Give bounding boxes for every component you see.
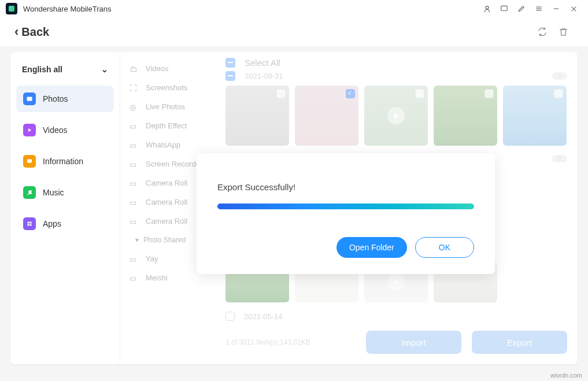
status-text: 1 of 3011 Item(s),143.81KB: [225, 338, 310, 346]
folder-item[interactable]: 🗀Videos: [125, 59, 214, 78]
nav-label: Information: [43, 157, 83, 166]
feedback-icon[interactable]: [495, 0, 513, 17]
thumb-checkbox[interactable]: [485, 89, 494, 98]
videos-icon: [23, 124, 36, 136]
close-icon[interactable]: [565, 0, 582, 17]
footer-row: 1 of 3011 Item(s),143.81KB Import Export: [225, 327, 567, 357]
svg-rect-13: [28, 222, 29, 224]
folder-icon: ▭: [130, 160, 140, 168]
app-logo: [6, 3, 17, 14]
apps-icon: [23, 217, 36, 230]
thumb-checkbox[interactable]: [346, 89, 355, 98]
thumb-checkbox[interactable]: [554, 89, 563, 98]
information-icon: [23, 155, 36, 168]
language-dropdown[interactable]: English all ⌄: [16, 58, 114, 81]
folder-icon: ▭: [130, 198, 140, 206]
folder-icon: ▭: [130, 179, 140, 187]
svg-point-12: [31, 193, 32, 194]
export-button[interactable]: Export: [472, 331, 567, 354]
nav-item-information[interactable]: Information: [16, 148, 114, 175]
group-checkbox[interactable]: [225, 312, 235, 321]
trash-icon[interactable]: [553, 21, 574, 42]
play-icon: [387, 273, 405, 291]
folder-item[interactable]: ▭Depth Effect: [125, 116, 214, 135]
chevron-down-icon: ⌄: [101, 65, 108, 74]
video-thumbnail[interactable]: [364, 86, 428, 146]
back-bar: ‹ Back: [0, 17, 588, 46]
group-count: 5: [552, 72, 567, 80]
svg-point-11: [28, 194, 29, 195]
back-button[interactable]: ‹ Back: [14, 24, 49, 39]
export-success-modal: Export Successfully! Open Folder OK: [197, 153, 495, 274]
photo-thumbnail[interactable]: [225, 86, 289, 146]
chevron-left-icon: ‹: [14, 24, 19, 39]
thumbnail-grid: [225, 86, 567, 146]
photo-thumbnail[interactable]: [295, 86, 358, 146]
nav-item-photos[interactable]: Photos: [16, 86, 114, 112]
music-icon: [23, 186, 36, 199]
thumb-checkbox[interactable]: [276, 89, 286, 98]
svg-rect-10: [27, 160, 32, 163]
minimize-icon[interactable]: [548, 0, 565, 17]
open-folder-button[interactable]: Open Folder: [336, 237, 407, 258]
select-all-label: Select All: [245, 58, 280, 68]
group-count: 0: [552, 155, 567, 162]
edit-icon[interactable]: [513, 0, 530, 17]
photo-thumbnail[interactable]: [434, 86, 497, 146]
back-label: Back: [21, 25, 49, 39]
select-all-checkbox[interactable]: [225, 58, 235, 68]
svg-rect-16: [30, 224, 32, 226]
folder-icon: 🗀: [130, 65, 140, 73]
svg-rect-8: [27, 97, 32, 101]
svg-point-0: [486, 6, 489, 9]
nav-label: Photos: [43, 94, 68, 103]
progress-bar: [217, 204, 474, 209]
group-checkbox[interactable]: [225, 71, 235, 81]
nav-label: Music: [43, 188, 64, 197]
svg-rect-14: [30, 222, 32, 224]
nav-item-videos[interactable]: Videos: [16, 117, 114, 143]
folder-item[interactable]: ▭WhatsApp: [125, 135, 214, 154]
folder-icon: ▭: [130, 255, 140, 263]
app-title: Wondershare MobileTrans: [23, 5, 111, 13]
watermark: wsxdn.com: [550, 372, 582, 379]
title-bar: Wondershare MobileTrans: [0, 0, 588, 17]
nav-label: Videos: [43, 125, 68, 135]
folder-icon: ▭: [130, 122, 140, 130]
svg-rect-15: [28, 224, 29, 226]
play-icon: [387, 107, 405, 124]
group-date: 2021-08-31: [245, 72, 283, 80]
folder-icon: ◎: [130, 103, 140, 111]
account-icon[interactable]: [478, 0, 495, 17]
refresh-icon[interactable]: [532, 21, 553, 42]
folder-item[interactable]: ⛶Screenshots: [125, 78, 214, 97]
folder-icon: ▭: [130, 217, 140, 225]
folder-icon: ▭: [130, 141, 140, 149]
nav-label: Apps: [43, 219, 61, 228]
nav-item-music[interactable]: Music: [16, 179, 114, 206]
ok-button[interactable]: OK: [415, 237, 474, 258]
svg-marker-9: [28, 128, 31, 132]
folder-icon: ⛶: [130, 84, 140, 92]
folder-icon: ▭: [130, 274, 140, 282]
nav-item-apps[interactable]: Apps: [16, 210, 114, 237]
folder-item[interactable]: ◎Live Photos: [125, 97, 214, 116]
thumb-checkbox[interactable]: [415, 89, 424, 98]
modal-title: Export Successfully!: [217, 182, 474, 192]
photos-icon: [23, 93, 36, 105]
svg-rect-1: [501, 6, 508, 10]
group-date: 2021-05-14: [244, 312, 283, 321]
left-nav: English all ⌄ Photos Videos Information …: [10, 52, 120, 364]
photo-thumbnail[interactable]: [503, 86, 567, 146]
dropdown-label: English all: [22, 65, 62, 74]
import-button[interactable]: Import: [366, 331, 461, 354]
menu-icon[interactable]: [530, 0, 548, 17]
caret-down-icon: ▾: [135, 236, 139, 244]
